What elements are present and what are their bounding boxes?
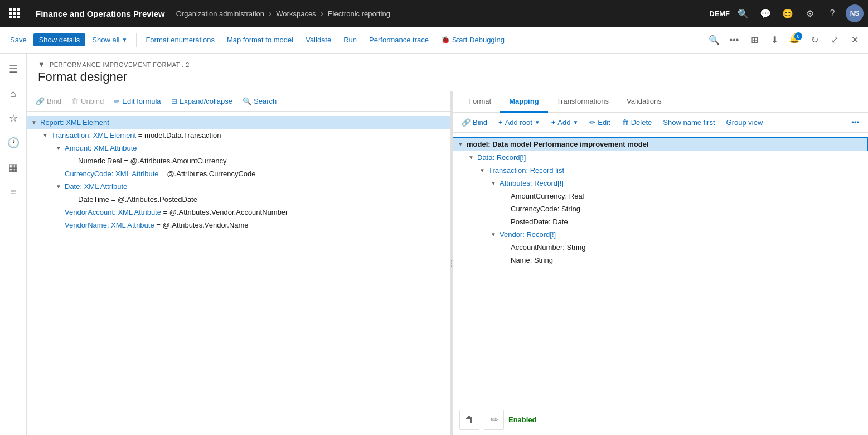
show-all-chevron-icon: ▼ <box>122 37 128 43</box>
tabs-bar: Format Mapping Transformations Validatio… <box>453 91 868 113</box>
toolbar-grid-icon[interactable]: ⊞ <box>745 31 763 49</box>
nav-workspaces[interactable]: Workspaces <box>276 9 316 18</box>
tree-row[interactable]: ▼ Report: XML Element <box>27 116 450 129</box>
save-button[interactable]: Save <box>4 33 32 46</box>
chevron-icon <box>502 257 511 263</box>
show-name-first-button[interactable]: Show name first <box>658 116 719 129</box>
show-all-button[interactable]: Show all ▼ <box>86 33 133 46</box>
run-button[interactable]: Run <box>338 33 362 46</box>
left-panel-toolbar: 🔗 Bind 🗑 Unbind ✏ Edit formula ⊟ Expand/… <box>27 91 450 112</box>
model-tree-row[interactable]: ▼ Transaction: Record list <box>453 164 868 177</box>
tree-row[interactable]: ▼ Transaction: XML Element = model.Data.… <box>27 129 450 142</box>
format-enumerations-button[interactable]: Format enumerations <box>140 33 220 46</box>
toolbar-download-icon[interactable]: ⬇ <box>765 31 783 49</box>
help-icon[interactable]: ? <box>823 4 841 22</box>
sidebar-recent-icon[interactable]: 🕐 <box>2 132 25 154</box>
tree-row[interactable]: ▼ Date: XML Attribute <box>27 180 450 193</box>
sidebar-menu-icon[interactable]: ☰ <box>2 58 25 80</box>
breadcrumb-nav: Organization administration › Workspaces… <box>176 8 707 18</box>
settings-icon[interactable]: ⚙ <box>801 4 819 22</box>
tree-row[interactable]: VendorName: XML Attribute = @.Attributes… <box>27 219 450 231</box>
right-bind-button[interactable]: 🔗 Bind <box>457 116 492 129</box>
toolbar-more-icon[interactable]: ••• <box>725 31 743 49</box>
toolbar-close-icon[interactable]: ✕ <box>846 31 864 49</box>
grid-icon[interactable] <box>4 3 25 23</box>
toolbar-badge-icon[interactable]: 🔔0 <box>785 31 803 49</box>
model-tree-row[interactable]: ▼ Vendor: Record[!] <box>453 228 868 241</box>
filter-icon[interactable]: ▼ <box>38 60 45 69</box>
main-toolbar: Save Show details Show all ▼ Format enum… <box>0 27 868 54</box>
page-title: Format designer <box>38 70 857 89</box>
top-bar-right: DEMF 🔍 💬 😊 ⚙ ? NS <box>709 4 864 22</box>
model-tree-row[interactable]: ▼ Data: Record[!] <box>453 151 868 164</box>
chevron-icon: ▼ <box>491 180 500 186</box>
avatar[interactable]: NS <box>846 4 864 22</box>
tab-transformations[interactable]: Transformations <box>548 91 618 113</box>
delete-icon: 🗑 <box>622 118 629 127</box>
delete-bottom-button[interactable]: 🗑 <box>459 410 479 430</box>
bind-button[interactable]: 🔗 Bind <box>31 95 66 108</box>
page-area: ▼ PERFORMANCE IMPROVEMENT FORMAT : 2 For… <box>27 54 868 435</box>
edit-formula-button[interactable]: ✏ Edit formula <box>109 95 165 108</box>
chevron-icon: ▼ <box>31 119 40 125</box>
add-button[interactable]: + Add ▼ <box>547 116 583 129</box>
format-tree[interactable]: ▼ Report: XML Element ▼ Transaction: XML… <box>27 112 450 435</box>
start-debugging-button[interactable]: 🐞 Start Debugging <box>435 33 510 46</box>
toolbar-fullscreen-icon[interactable]: ⤢ <box>826 31 843 49</box>
tree-row[interactable]: Numeric Real = @.Attributes.AmountCurren… <box>27 154 450 167</box>
validate-button[interactable]: Validate <box>300 33 337 46</box>
search-icon[interactable]: 🔍 <box>734 4 752 22</box>
left-panel: 🔗 Bind 🗑 Unbind ✏ Edit formula ⊟ Expand/… <box>27 91 450 435</box>
tab-format[interactable]: Format <box>459 91 500 113</box>
edit-button[interactable]: ✏ Edit <box>585 116 614 129</box>
add-root-icon: + <box>498 118 503 127</box>
model-tree-row[interactable]: CurrencyCode: String <box>453 202 868 215</box>
edit-bottom-button[interactable]: ✏ <box>484 410 504 430</box>
sidebar-home-icon[interactable]: ⌂ <box>2 83 25 105</box>
sidebar-star-icon[interactable]: ☆ <box>2 107 25 129</box>
model-tree-row[interactable]: AccountNumber: String <box>453 241 868 254</box>
nav-electronic-reporting[interactable]: Electronic reporting <box>328 9 390 18</box>
model-tree-row[interactable]: Name: String <box>453 254 868 267</box>
model-tree-row[interactable]: PostedDate: Date <box>453 215 868 228</box>
toolbar-right-actions: 🔍 ••• ⊞ ⬇ 🔔0 ↻ ⤢ ✕ <box>705 31 864 49</box>
sidebar-table-icon[interactable]: ▦ <box>2 156 25 178</box>
expand-collapse-button[interactable]: ⊟ Expand/collapse <box>167 95 237 108</box>
tab-mapping[interactable]: Mapping <box>500 91 547 113</box>
model-tree-row[interactable]: ▼ Attributes: Record[!] <box>453 177 868 190</box>
tree-row[interactable]: VendorAccount: XML Attribute = @.Attribu… <box>27 206 450 219</box>
more-options-button[interactable]: ••• <box>847 116 864 129</box>
map-format-button[interactable]: Map format to model <box>221 33 299 46</box>
tree-row[interactable]: CurrencyCode: XML Attribute = @.Attribut… <box>27 167 450 180</box>
toolbar-refresh-icon[interactable]: ↻ <box>806 31 823 49</box>
left-sidebar: ☰ ⌂ ☆ 🕐 ▦ ≡ <box>0 54 27 435</box>
model-tree-row[interactable]: AmountCurrency: Real <box>453 190 868 202</box>
top-bar: Finance and Operations Preview Organizat… <box>0 0 868 27</box>
add-root-button[interactable]: + Add root ▼ <box>494 116 545 129</box>
tab-validations[interactable]: Validations <box>618 91 671 113</box>
unbind-button[interactable]: 🗑 Unbind <box>67 95 108 108</box>
comment-icon[interactable]: 💬 <box>757 4 774 22</box>
nav-sep-1: › <box>269 8 271 18</box>
tree-row[interactable]: ▼ Amount: XML Attribute <box>27 142 450 154</box>
show-details-button[interactable]: Show details <box>33 33 86 46</box>
svg-rect-8 <box>17 16 20 18</box>
model-tree[interactable]: ▼ model: Data model Performance improvem… <box>453 133 868 404</box>
app-title: Finance and Operations Preview <box>27 9 174 18</box>
nav-org[interactable]: Organization administration <box>176 9 264 18</box>
expand-icon: ⊟ <box>171 97 177 105</box>
svg-rect-6 <box>9 16 12 18</box>
bind-icon: 🔗 <box>36 97 45 105</box>
tree-row[interactable]: DateTime = @.Attributes.PostedDate <box>27 193 450 206</box>
search-button[interactable]: 🔍 Search <box>238 95 281 108</box>
chevron-icon <box>56 171 65 177</box>
toolbar-search-icon[interactable]: 🔍 <box>705 31 723 49</box>
sidebar-list-icon[interactable]: ≡ <box>2 181 25 203</box>
emoji-icon[interactable]: 😊 <box>779 4 797 22</box>
add-icon: + <box>551 118 556 127</box>
performance-trace-button[interactable]: Performance trace <box>363 33 434 46</box>
model-tree-row[interactable]: ▼ model: Data model Performance improvem… <box>453 137 868 151</box>
delete-button[interactable]: 🗑 Delete <box>617 116 657 129</box>
group-view-button[interactable]: Group view <box>722 116 768 129</box>
chevron-icon: ▼ <box>56 145 65 151</box>
